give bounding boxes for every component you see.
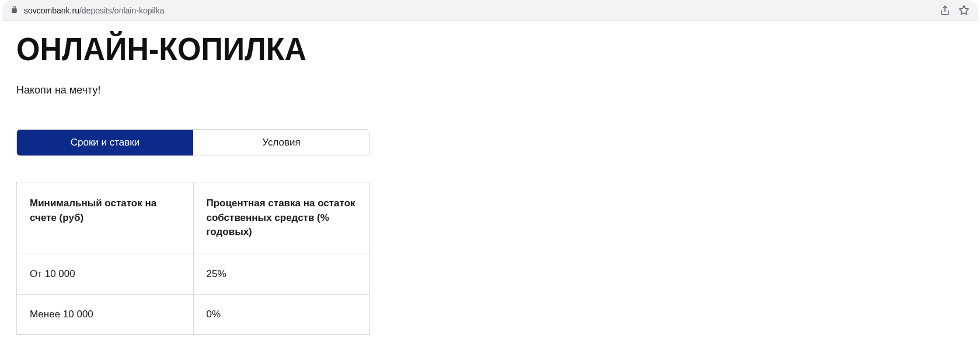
table-row: От 10 000 25% xyxy=(17,254,370,294)
url-text: sovcombank.ru/deposits/onlain-kopilka xyxy=(24,6,932,15)
page-content: ОНЛАЙН-КОПИЛКА Накопи на мечту! Сроки и … xyxy=(0,32,980,335)
lock-icon xyxy=(11,6,18,15)
cell-rate: 0% xyxy=(193,294,370,334)
rates-table: Минимальный остаток на счете (руб) Проце… xyxy=(16,182,370,335)
cell-min-balance: Менее 10 000 xyxy=(17,294,194,334)
browser-address-bar[interactable]: sovcombank.ru/deposits/onlain-kopilka xyxy=(2,0,978,21)
tabs: Сроки и ставки Условия xyxy=(16,129,370,156)
cell-rate: 25% xyxy=(193,254,370,294)
page-title: ОНЛАЙН-КОПИЛКА xyxy=(16,31,964,68)
header-rate: Процентная ставка на остаток собственных… xyxy=(193,182,370,254)
table-row: Менее 10 000 0% xyxy=(17,294,370,334)
star-icon[interactable] xyxy=(958,5,969,16)
table-header-row: Минимальный остаток на счете (руб) Проце… xyxy=(17,182,370,254)
tab-rates[interactable]: Сроки и ставки xyxy=(17,130,193,155)
cell-min-balance: От 10 000 xyxy=(17,254,194,294)
header-min-balance: Минимальный остаток на счете (руб) xyxy=(17,182,194,254)
page-subtitle: Накопи на мечту! xyxy=(16,84,964,96)
share-icon[interactable] xyxy=(940,5,950,16)
tab-conditions[interactable]: Условия xyxy=(193,130,369,155)
svg-marker-0 xyxy=(960,6,969,15)
